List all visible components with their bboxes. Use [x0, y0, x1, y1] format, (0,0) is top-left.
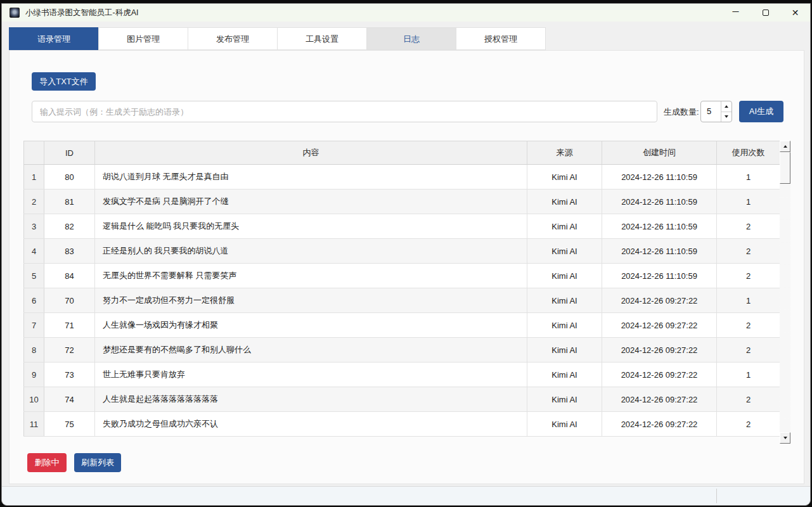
row-number: 7 [24, 313, 44, 338]
minimize-button[interactable]: ─ [721, 4, 751, 22]
table-row[interactable]: 6 70 努力不一定成功但不努力一定很舒服 Kimi AI 2024-12-26… [24, 288, 780, 313]
cell-content: 正经是别人的 我只要我的胡说八道 [95, 239, 527, 264]
cell-content: 发疯文学不是病 只是脑洞开了个缝 [95, 189, 527, 214]
table-row[interactable]: 1 80 胡说八道到月球 无厘头才是真自由 Kimi AI 2024-12-26… [24, 165, 780, 189]
table-row[interactable]: 3 82 逻辑是什么 能吃吗 我只要我的无厘头 Kimi AI 2024-12-… [24, 214, 780, 239]
cell-source: Kimi AI [527, 239, 602, 264]
cell-created: 2024-12-26 09:27:22 [602, 387, 717, 412]
row-number: 1 [24, 165, 44, 189]
cell-content: 人生就像一场戏因为有缘才相聚 [95, 313, 527, 338]
generate-count-value: 5 [701, 101, 721, 122]
cell-source: Kimi AI [527, 387, 602, 412]
cell-created: 2024-12-26 11:10:59 [602, 239, 717, 264]
status-bar [2, 486, 810, 505]
cell-source: Kimi AI [527, 288, 602, 313]
spin-up-icon [725, 105, 728, 108]
row-number: 2 [24, 189, 44, 214]
window-controls: ─ ✕ [721, 4, 810, 22]
header-content[interactable]: 内容 [95, 141, 527, 165]
delete-button[interactable]: 删除中 [27, 453, 67, 472]
cell-usage: 1 [717, 288, 780, 313]
row-number: 4 [24, 239, 44, 264]
quotes-table: ID 内容 来源 创建时间 使用次数 1 80 胡说八道到月球 无厘头才是真自由… [23, 141, 780, 437]
cell-id: 71 [44, 313, 95, 338]
cell-usage: 2 [717, 338, 780, 363]
tab-bar: 语录管理 图片管理 发布管理 工具设置 日志 授权管理 [9, 27, 546, 50]
cell-source: Kimi AI [527, 264, 602, 288]
spinner-buttons [721, 101, 731, 122]
statusbar-divider [716, 489, 717, 503]
row-number: 8 [24, 338, 44, 363]
cell-source: Kimi AI [527, 338, 602, 363]
row-number: 6 [24, 288, 44, 313]
cell-created: 2024-12-26 09:27:22 [602, 288, 717, 313]
tab-image-management[interactable]: 图片管理 [98, 27, 188, 50]
cell-id: 83 [44, 239, 95, 264]
cell-created: 2024-12-26 11:10:59 [602, 189, 717, 214]
table-row[interactable]: 5 84 无厘头的世界不需要解释 只需要笑声 Kimi AI 2024-12-2… [24, 264, 780, 288]
tab-log[interactable]: 日志 [366, 27, 456, 50]
cell-content: 努力不一定成功但不努力一定很舒服 [95, 288, 527, 313]
header-corner [24, 141, 44, 165]
table-row[interactable]: 9 73 世上无难事只要肯放弃 Kimi AI 2024-12-26 09:27… [24, 363, 780, 387]
refresh-list-button[interactable]: 刷新列表 [74, 453, 121, 472]
cell-source: Kimi AI [527, 313, 602, 338]
import-txt-button[interactable]: 导入TXT文件 [32, 72, 96, 91]
cell-source: Kimi AI [527, 214, 602, 239]
titlebar: 小绿书语录图文智能员工-科虎AI ─ ✕ [2, 4, 810, 22]
generate-count-label: 生成数量: [664, 106, 699, 118]
ai-generate-button[interactable]: AI生成 [739, 101, 783, 122]
scroll-down-button[interactable] [780, 432, 790, 444]
cell-created: 2024-12-26 11:10:59 [602, 214, 717, 239]
window-title: 小绿书语录图文智能员工-科虎AI [25, 8, 138, 18]
table-body: 1 80 胡说八道到月球 无厘头才是真自由 Kimi AI 2024-12-26… [24, 165, 780, 437]
header-source[interactable]: 来源 [527, 141, 602, 165]
tab-publish-management[interactable]: 发布管理 [188, 27, 278, 50]
table-row[interactable]: 8 72 梦想还是要有的不然喝多了和别人聊什么 Kimi AI 2024-12-… [24, 338, 780, 363]
quote-management-page: 导入TXT文件 生成数量: 5 AI生成 ID 内容 来源 [9, 50, 804, 484]
cell-usage: 2 [717, 264, 780, 288]
table-scrollbar[interactable] [780, 141, 790, 444]
header-usage[interactable]: 使用次数 [717, 141, 780, 165]
spin-down-icon [725, 115, 728, 118]
scroll-up-button[interactable] [780, 141, 790, 152]
cell-id: 73 [44, 363, 95, 387]
cell-id: 70 [44, 288, 95, 313]
row-number: 9 [24, 363, 44, 387]
cell-source: Kimi AI [527, 412, 602, 437]
cell-id: 72 [44, 338, 95, 363]
cell-id: 84 [44, 264, 95, 288]
cell-usage: 2 [717, 239, 780, 264]
spinner-up-button[interactable] [721, 101, 731, 112]
table-row[interactable]: 11 75 失败乃成功之母但成功六亲不认 Kimi AI 2024-12-26 … [24, 412, 780, 437]
cell-id: 82 [44, 214, 95, 239]
maximize-button[interactable] [751, 4, 780, 22]
cell-created: 2024-12-26 09:27:22 [602, 412, 717, 437]
minimize-icon: ─ [733, 7, 739, 16]
tab-authorization[interactable]: 授权管理 [456, 27, 546, 50]
header-id[interactable]: ID [44, 141, 95, 165]
cell-created: 2024-12-26 11:10:59 [602, 264, 717, 288]
cell-usage: 2 [717, 412, 780, 437]
table-row[interactable]: 7 71 人生就像一场戏因为有缘才相聚 Kimi AI 2024-12-26 0… [24, 313, 780, 338]
close-button[interactable]: ✕ [780, 4, 810, 22]
table-row[interactable]: 4 83 正经是别人的 我只要我的胡说八道 Kimi AI 2024-12-26… [24, 239, 780, 264]
prompt-input[interactable] [32, 101, 657, 122]
row-number: 10 [24, 387, 44, 412]
cell-usage: 2 [717, 214, 780, 239]
header-created[interactable]: 创建时间 [602, 141, 717, 165]
cell-id: 80 [44, 165, 95, 189]
cell-created: 2024-12-26 09:27:22 [602, 338, 717, 363]
table-row[interactable]: 2 81 发疯文学不是病 只是脑洞开了个缝 Kimi AI 2024-12-26… [24, 189, 780, 214]
generate-count-spinner[interactable]: 5 [700, 101, 732, 122]
table-row[interactable]: 10 74 人生就是起起落落落落落落落落 Kimi AI 2024-12-26 … [24, 387, 780, 412]
spinner-down-button[interactable] [721, 112, 731, 122]
cell-content: 梦想还是要有的不然喝多了和别人聊什么 [95, 338, 527, 363]
scrollbar-thumb[interactable] [780, 152, 790, 184]
tab-quote-management[interactable]: 语录管理 [9, 27, 99, 50]
close-icon: ✕ [792, 8, 799, 17]
cell-usage: 1 [717, 363, 780, 387]
tab-tool-settings[interactable]: 工具设置 [277, 27, 367, 50]
app-icon [10, 8, 20, 18]
cell-created: 2024-12-26 11:10:59 [602, 165, 717, 189]
